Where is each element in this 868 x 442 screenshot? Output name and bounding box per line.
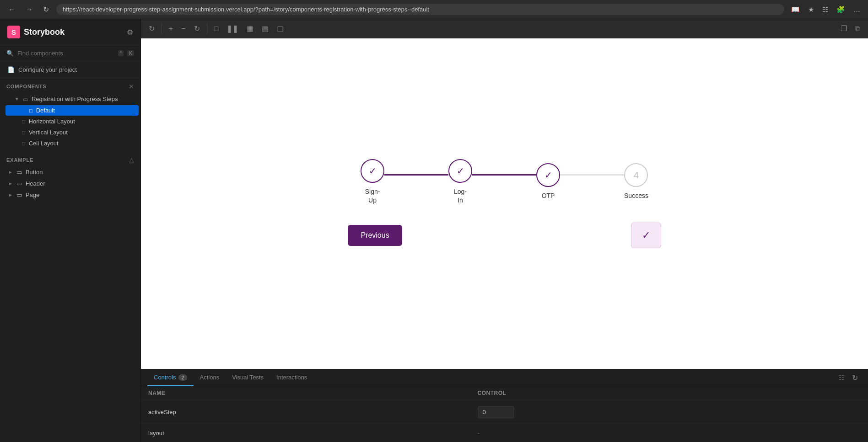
components-section-close[interactable]: ✕ (129, 83, 134, 90)
cell-label: Cell Layout (29, 140, 59, 147)
example-section-title: EXAMPLE (6, 157, 33, 163)
expand-icon-button: ► (8, 170, 13, 175)
view-full-button[interactable]: ▦ (243, 22, 257, 35)
sidebar-item-vertical[interactable]: □ Vertical Layout (5, 127, 139, 138)
toolbar-separator-1 (162, 23, 162, 34)
layout-name: layout (141, 424, 470, 442)
header-group-label: Header (26, 180, 45, 187)
collections-button[interactable]: ☷ (820, 4, 830, 15)
toolbar-right: ❐ ⧉ (837, 22, 863, 35)
default-icon: □ (29, 108, 32, 113)
tab-interactions-label: Interactions (276, 374, 307, 381)
zoom-out-button[interactable]: − (178, 22, 189, 35)
component-icon: ▭ (23, 96, 28, 102)
view-single-button[interactable]: □ (211, 22, 222, 35)
tab-controls[interactable]: Controls 2 (147, 369, 194, 386)
step-label-2: Log-In (454, 187, 467, 204)
sidebar-item-registration[interactable]: ▼ ▭ Registration with Progress Steps (5, 93, 139, 105)
buttons-row: Previous ✓ (348, 223, 661, 248)
vertical-icon: □ (22, 130, 25, 135)
extensions-button[interactable]: 🧩 (834, 4, 847, 15)
example-section: EXAMPLE △ ► ▭ Button ► ▭ Header ► ▭ Page (0, 152, 140, 201)
reload-button[interactable]: ↻ (146, 22, 158, 35)
view-expand-button[interactable]: ▢ (274, 22, 287, 35)
sidebar-item-page-group[interactable]: ► ▭ Page (0, 189, 140, 201)
components-group: ▼ ▭ Registration with Progress Steps □ D… (0, 93, 140, 149)
search-container: 🔍 ^ K (0, 45, 140, 62)
step-item-2: ✓ Log-In (448, 159, 472, 204)
logo-icon: S (7, 26, 20, 38)
read-mode-button[interactable]: 📖 (789, 4, 802, 15)
example-section-header: EXAMPLE △ (0, 152, 140, 166)
table-row-layout: layout - (141, 424, 868, 442)
step-connector-2-3 (472, 174, 536, 176)
bottom-panel: Controls 2 Actions Visual Tests Interact… (141, 369, 868, 442)
step-label-1: Sign-Up (365, 187, 380, 204)
refresh-button[interactable]: ↻ (40, 3, 52, 16)
tab-actions[interactable]: Actions (194, 369, 226, 386)
page-group-label: Page (26, 192, 39, 198)
right-panel: ↻ + − ↻ □ ❚❚ ▦ ▤ ▢ ❐ ⧉ ✓ (141, 19, 868, 442)
settings-button[interactable]: ⚙ (127, 28, 133, 37)
step-item-4: 4 Success (624, 163, 648, 200)
check-button[interactable]: ✓ (631, 223, 661, 248)
registration-label: Registration with Progress Steps (32, 96, 118, 102)
panel-layout-button[interactable]: ☷ (837, 372, 846, 384)
view-sidebar-button[interactable]: ▤ (259, 22, 272, 35)
previous-button[interactable]: Previous (348, 225, 402, 246)
controls-table: Name Control activeStep layout - (141, 386, 868, 442)
layout-dash: - (478, 430, 480, 437)
configure-project-item[interactable]: 📄 Configure your project (0, 62, 140, 78)
view-grid-button[interactable]: ❚❚ (223, 22, 242, 35)
forward-button[interactable]: → (23, 4, 36, 16)
tab-controls-label: Controls (154, 374, 176, 381)
back-button[interactable]: ← (5, 4, 18, 16)
step-circle-3: ✓ (536, 163, 560, 187)
step-item-3: ✓ OTP (536, 163, 560, 200)
activestep-input[interactable] (478, 406, 514, 418)
sidebar-header: S Storybook ⚙ (0, 19, 140, 45)
step-circle-1: ✓ (361, 159, 384, 183)
page-group-icon: ▭ (16, 192, 22, 198)
url-bar[interactable] (56, 4, 784, 15)
step-connector-3-4 (560, 174, 624, 176)
favorite-button[interactable]: ★ (806, 4, 816, 15)
bottom-tabs: Controls 2 Actions Visual Tests Interact… (141, 369, 868, 386)
shortcut-key-ctrl: ^ (118, 50, 124, 56)
zoom-in-button[interactable]: + (166, 22, 176, 35)
fullscreen-button[interactable]: ❐ (837, 22, 850, 35)
col-control-header: Control (470, 386, 868, 400)
expand-icon: ▼ (15, 96, 19, 101)
activestep-control[interactable] (470, 400, 868, 424)
tab-visual-tests[interactable]: Visual Tests (226, 369, 270, 386)
sidebar-item-cell[interactable]: □ Cell Layout (5, 138, 139, 149)
more-button[interactable]: … (851, 4, 863, 15)
search-input[interactable] (17, 50, 114, 57)
step-item-1: ✓ Sign-Up (361, 159, 384, 204)
registration-sub-items: □ Default □ Horizontal Layout □ Vertical… (4, 105, 140, 149)
reset-controls-button[interactable]: ↻ (848, 372, 862, 384)
storybook-logo: S Storybook (7, 26, 65, 38)
step-connector-1-2 (384, 174, 448, 176)
tab-visual-tests-label: Visual Tests (232, 374, 264, 381)
header-group-icon: ▭ (16, 180, 22, 187)
components-section-header: COMPONENTS ✕ (0, 78, 140, 93)
sidebar-item-horizontal[interactable]: □ Horizontal Layout (5, 116, 139, 127)
sidebar-item-default[interactable]: □ Default (5, 105, 139, 116)
components-section-title: COMPONENTS (6, 84, 47, 89)
sidebar-item-header-group[interactable]: ► ▭ Header (0, 178, 140, 189)
expand-icon-page: ► (8, 192, 13, 197)
sidebar-item-button-group[interactable]: ► ▭ Button (0, 166, 140, 178)
activestep-name: activeStep (141, 400, 470, 424)
horizontal-icon: □ (22, 119, 25, 124)
open-new-button[interactable]: ⧉ (852, 22, 863, 35)
tab-interactions[interactable]: Interactions (270, 369, 313, 386)
example-section-expand[interactable]: △ (129, 156, 134, 164)
default-label: Default (36, 107, 55, 114)
preview-area: ✓ Sign-Up ✓ Log-In ✓ OTP (141, 38, 868, 369)
button-group-icon: ▭ (16, 169, 22, 176)
app-layout: S Storybook ⚙ 🔍 ^ K 📄 Configure your pro… (0, 19, 868, 442)
browser-bar: ← → ↻ 📖 ★ ☷ 🧩 … (0, 0, 868, 19)
shortcut-key-k: K (127, 50, 134, 56)
zoom-reset-button[interactable]: ↻ (191, 22, 203, 35)
